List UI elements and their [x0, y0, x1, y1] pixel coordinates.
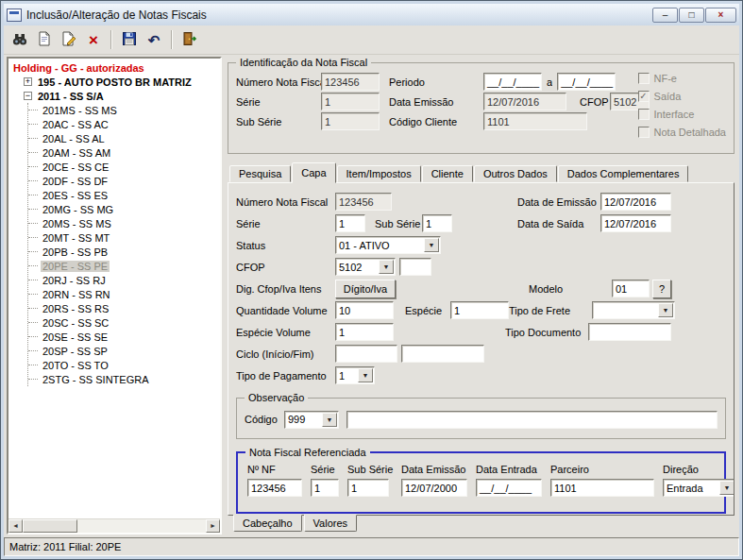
periodo-label: Periodo — [389, 76, 483, 88]
numero-nota-input[interactable]: 123456 — [321, 73, 380, 91]
modelo-input[interactable]: 01 — [612, 280, 650, 297]
tree-item[interactable]: 20DF - SS DF — [28, 174, 220, 188]
tree-branch-node[interactable]: − 2011 - SS S/A — [11, 89, 220, 103]
ref-nf-input[interactable]: 123456 — [247, 479, 302, 497]
tab-dados-complementares[interactable]: Dados Complementares — [558, 165, 689, 182]
ciclo-inicio-input[interactable] — [335, 345, 397, 363]
tipo-documento-input[interactable] — [588, 323, 671, 341]
codigo-cliente-input[interactable]: 1101 — [483, 112, 587, 130]
ref-direcao-select[interactable]: Entrada ▼ — [663, 479, 735, 497]
tree-item[interactable]: 20MG - SS MG — [28, 202, 220, 216]
especie-volume-input[interactable]: 1 — [335, 323, 394, 341]
ref-parceiro-input[interactable]: 1101 — [550, 479, 654, 497]
titlebar[interactable]: Inclusão/Alteração de Notas Fiscais – □ … — [4, 4, 739, 25]
tree-item[interactable]: 201MS - SS MS — [28, 103, 220, 117]
tree-item[interactable]: 20MS - SS MS — [28, 216, 220, 230]
tree-horizontal-scrollbar[interactable]: ◄ ► — [8, 518, 220, 533]
ref-subserie-input[interactable]: 1 — [347, 479, 389, 497]
tree-item[interactable]: 20MT - SS MT — [28, 230, 220, 245]
tree-item[interactable]: 20TO - SS TO — [28, 358, 220, 372]
ciclo-fim-input[interactable] — [401, 345, 484, 363]
modelo-help-button[interactable]: ? — [652, 280, 671, 298]
tree-item[interactable]: 20AC - SS AC — [28, 117, 220, 131]
cfop-extra-input[interactable] — [399, 258, 431, 276]
tree-item[interactable]: 20AL - SS AL — [28, 131, 220, 145]
tree-item[interactable]: 2STG - SS SINTEGRA — [28, 372, 220, 386]
tree-item[interactable]: 20PB - SS PB — [28, 245, 220, 259]
tipo-frete-select[interactable]: ▼ — [592, 301, 675, 319]
dropdown-arrow-icon[interactable]: ▼ — [322, 413, 337, 427]
especie-input[interactable]: 1 — [450, 301, 509, 319]
close-button[interactable]: × — [705, 8, 736, 23]
tab-outros-dados[interactable]: Outros Dados — [474, 165, 557, 182]
digito-iva-button[interactable]: Dígito/Iva — [335, 280, 396, 298]
tree-item-selected[interactable]: 20PE - SS PE — [28, 259, 220, 273]
data-emissao-input[interactable]: 12/07/2016 — [483, 93, 566, 110]
maximize-button[interactable]: □ — [679, 8, 704, 23]
tab-valores[interactable]: Valores — [304, 515, 357, 532]
tab-capa[interactable]: Capa — [292, 162, 335, 183]
scrollbar-track[interactable] — [23, 519, 206, 533]
save-button[interactable] — [117, 28, 142, 52]
capa-data-saida-label: Data de Saída — [517, 218, 600, 229]
tab-pesquisa[interactable]: Pesquisa — [229, 165, 291, 182]
tree-item[interactable]: 20ES - SS ES — [28, 188, 220, 202]
new-record-button[interactable] — [32, 28, 57, 52]
tree-item[interactable]: 20RJ - SS RJ — [28, 273, 220, 287]
tab-cliente[interactable]: Cliente — [422, 165, 473, 182]
expand-icon[interactable]: + — [24, 77, 32, 86]
ref-data-emissao-input[interactable]: 12/07/2000 — [401, 479, 467, 497]
tree-item[interactable]: 20RN - SS RN — [28, 287, 220, 301]
observacao-texto-input[interactable] — [346, 411, 718, 429]
capa-serie-input[interactable]: 1 — [335, 214, 365, 232]
cfop-select[interactable]: 5102 ▼ — [335, 258, 396, 276]
periodo-de-input[interactable]: __/__/____ — [483, 73, 542, 91]
exit-button[interactable] — [177, 28, 202, 52]
numero-nota-label: Número Nota Fiscal — [236, 76, 321, 88]
dropdown-arrow-icon[interactable]: ▼ — [719, 481, 735, 495]
observacao-codigo-select[interactable]: 999 ▼ — [284, 411, 339, 429]
minimize-button[interactable]: – — [652, 8, 678, 23]
tree-item[interactable]: 20CE - SS CE — [28, 160, 220, 174]
nfe-checkbox — [638, 73, 650, 84]
tree-item[interactable]: 20AM - SS AM — [28, 145, 220, 160]
capa-numero-input[interactable]: 123456 — [335, 193, 392, 211]
tab-item-impostos[interactable]: Item/Impostos — [337, 165, 421, 182]
observacao-legend: Observação — [245, 392, 308, 403]
tree-item[interactable]: 20SP - SS SP — [28, 344, 220, 358]
ciclo-label: Ciclo (Início/Fim) — [236, 348, 335, 360]
tipo-pagamento-select[interactable]: 1 ▼ — [335, 366, 375, 384]
status-select[interactable]: 01 - ATIVO ▼ — [335, 236, 441, 254]
tree-item[interactable]: 20SE - SS SE — [28, 330, 220, 344]
capa-data-emissao-input[interactable]: 12/07/2016 — [600, 193, 671, 211]
dropdown-arrow-icon[interactable]: ▼ — [658, 303, 673, 317]
capa-subserie-input[interactable]: 1 — [422, 214, 452, 232]
tree-item[interactable]: 20RS - SS RS — [28, 301, 220, 315]
delete-record-button[interactable]: × — [81, 28, 106, 52]
quantidade-volume-input[interactable]: 10 — [335, 301, 394, 319]
company-tree[interactable]: Holding - GG - autorizadas + 195 - AUTO … — [8, 59, 220, 518]
dropdown-arrow-icon[interactable]: ▼ — [358, 368, 373, 382]
collapse-icon[interactable]: − — [24, 92, 32, 100]
find-button[interactable] — [8, 28, 32, 52]
tree-root-node[interactable]: Holding - GG - autorizadas — [11, 60, 220, 75]
scroll-left-button[interactable]: ◄ — [8, 519, 23, 533]
undo-button[interactable]: ↶ — [142, 28, 166, 52]
edit-record-button[interactable] — [57, 28, 81, 52]
tab-cabecalho[interactable]: Cabeçalho — [233, 515, 302, 532]
edit-document-icon — [60, 30, 77, 50]
tree-item[interactable]: 20SC - SS SC — [28, 315, 220, 330]
serie-input[interactable]: 1 — [321, 93, 380, 110]
caption-buttons: – □ × — [651, 8, 736, 23]
tree-branch-node[interactable]: + 195 - AUTO POSTO BR MATRIZ — [11, 75, 220, 89]
dropdown-arrow-icon[interactable]: ▼ — [379, 260, 394, 274]
scrollbar-thumb[interactable] — [23, 519, 77, 533]
scroll-right-button[interactable]: ► — [206, 519, 220, 533]
ref-serie-input[interactable]: 1 — [311, 479, 339, 497]
periodo-ate-input[interactable]: __/__/____ — [557, 73, 616, 91]
app-icon[interactable] — [7, 8, 22, 22]
ref-data-entrada-input[interactable]: __/__/____ — [476, 479, 542, 497]
dropdown-arrow-icon[interactable]: ▼ — [424, 238, 439, 252]
subserie-input[interactable]: 1 — [321, 112, 380, 130]
capa-data-saida-input[interactable]: 12/07/2016 — [600, 214, 671, 232]
